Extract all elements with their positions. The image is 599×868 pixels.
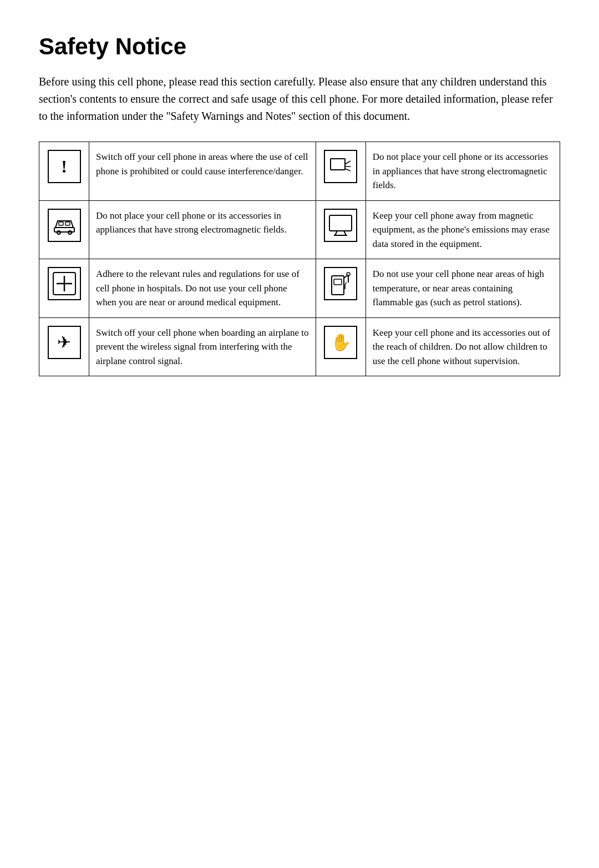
safety-table: !Switch off your cell phone in areas whe… [39,142,560,376]
gas-station-icon [316,259,366,318]
safety-text-cell: Adhere to the relevant rules and regulat… [89,259,316,318]
table-row: ✈Switch off your cell phone when boardin… [39,317,560,376]
safety-text-cell: Keep your cell phone and its accessories… [366,317,560,376]
table-row: Do not place your cell phone or its acce… [39,200,560,259]
svg-rect-8 [65,222,70,225]
safety-text-cell: Keep your cell phone away from magnetic … [366,200,560,259]
svg-rect-9 [329,215,352,231]
hospital-icon [39,259,89,318]
safety-text-cell: Switch off your cell phone in areas wher… [89,142,316,201]
svg-rect-0 [331,159,345,170]
safety-text-cell: Do not place your cell phone or its acce… [89,200,316,259]
car-icon [39,200,89,259]
electromagnetic-field-icon [316,142,366,201]
safety-text-cell: Do not use your cell phone near areas of… [366,259,560,318]
svg-line-1 [345,161,351,164]
svg-rect-7 [59,222,63,225]
svg-line-11 [344,231,346,235]
monitor-icon [316,200,366,259]
safety-text-cell: Do not place your cell phone or its acce… [366,142,560,201]
svg-line-18 [344,275,348,278]
exclamation-icon: ! [39,142,89,201]
svg-line-10 [335,231,337,235]
hand-icon: ✋ [316,317,366,376]
svg-rect-17 [334,279,342,285]
table-row: !Switch off your cell phone in areas whe… [39,142,560,201]
svg-line-3 [345,169,351,171]
svg-rect-16 [332,276,344,295]
airplane-icon: ✈ [39,317,89,376]
intro-paragraph: Before using this cell phone, please rea… [39,73,560,125]
page-title: Safety Notice [39,33,560,60]
table-row: Adhere to the relevant rules and regulat… [39,259,560,318]
safety-text-cell: Switch off your cell phone when boarding… [89,317,316,376]
